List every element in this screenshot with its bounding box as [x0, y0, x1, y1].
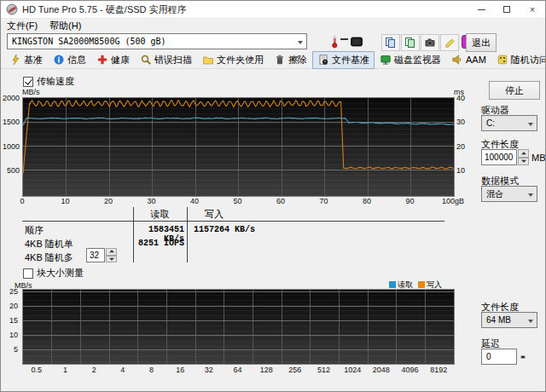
results-row-sequential-label: 顺序 [25, 224, 44, 237]
queue-depth-spinner[interactable]: 32 [86, 248, 117, 262]
tab-file-benchmark[interactable]: 文件基准 [312, 51, 375, 69]
exit-button[interactable]: 退出 [466, 33, 497, 52]
block-size-checkbox[interactable]: 块大小测量 [23, 267, 84, 280]
axis-tick-label: 16 [166, 366, 195, 374]
axis-tick-label: 500 [1, 166, 20, 175]
thermometer-icon [328, 35, 341, 49]
axis-tick-label: 4096 [396, 366, 425, 374]
drive-selector-value: KINGSTON SA2000M8500G (500 gB) [12, 37, 166, 46]
monitor-icon [380, 54, 392, 66]
axis-tick-label: 20 [456, 142, 470, 151]
axis-tick-label: 0 [9, 197, 35, 205]
drive-dropdown[interactable]: C: [481, 115, 537, 131]
tab-disk-monitor[interactable]: 磁盘监视器 [375, 51, 446, 69]
save-text-button[interactable] [440, 34, 459, 51]
window-title: HD Tune Pro 5.75 - 硬盘/SSD 实用程序 [22, 3, 187, 16]
spinner-down-button[interactable] [518, 158, 529, 166]
random-access-icon [497, 54, 508, 66]
menu-help[interactable]: 帮助(H) [44, 19, 87, 33]
delay-input[interactable]: 0 [481, 349, 517, 365]
spinner-up-button[interactable] [106, 248, 117, 256]
axis-tick-label: 64 [224, 366, 253, 374]
tab-folder-usage[interactable]: 文件夹使用 [197, 51, 269, 69]
copy-screenshot-button[interactable] [401, 34, 420, 51]
axis-tick-label: 70 [311, 197, 337, 205]
results-table: 读取 写入 顺序 1583451 KB/s 1157264 KB/s 4KB 随… [1, 207, 466, 263]
copy-green-icon [404, 37, 416, 49]
app-icon [6, 3, 18, 15]
tab-label: 文件基准 [332, 54, 369, 66]
axis-tick-label: 100gB [440, 197, 466, 205]
exit-button-label: 退出 [472, 37, 491, 49]
file-length-spinner[interactable]: 100000 [481, 149, 529, 165]
tab-label: 错误扫描 [154, 54, 192, 66]
results-divider [22, 221, 444, 222]
legend-read-label: 读取 [398, 280, 413, 289]
block-size-label: 块大小测量 [37, 267, 84, 280]
checkbox-checked-icon [23, 77, 33, 87]
tab-label: 随机访问 [511, 54, 546, 66]
stop-button-label: 停止 [505, 84, 524, 97]
trash-icon [274, 54, 286, 66]
transfer-speed-chart [22, 97, 455, 197]
axis-tick-label: 40 [456, 94, 470, 102]
menu-file[interactable]: 文件(F) [1, 19, 44, 33]
chevron-down-icon [528, 193, 533, 197]
tab-random-access[interactable]: 随机访问 [491, 51, 546, 69]
tab-bar: 基准信息健康错误扫描文件夹使用擦除文件基准磁盘监视器AAM随机访问额外测试 [1, 51, 545, 69]
file-benchmark-icon [317, 54, 329, 66]
axis-tick-label: 10 [456, 166, 470, 175]
axis-tick-label: 5 [1, 345, 18, 354]
minimize-button[interactable] [468, 1, 494, 18]
camera-icon [424, 37, 436, 49]
title-bar: HD Tune Pro 5.75 - 硬盘/SSD 实用程序 × [1, 1, 545, 19]
write-legend-swatch [418, 281, 425, 288]
tab-health[interactable]: 健康 [91, 51, 135, 69]
legend-write-label: 写入 [427, 280, 442, 289]
transfer-speed-checkbox[interactable]: 传输速度 [23, 75, 74, 88]
axis-tick-label: 32 [195, 366, 224, 374]
info-icon [53, 54, 65, 66]
results-row-4kb-multi-label: 4KB 随机多 [25, 251, 73, 264]
drive-selector[interactable]: KINGSTON SA2000M8500G (500 gB) [7, 33, 307, 49]
tab-info[interactable]: 信息 [48, 51, 91, 69]
file-length-value: 100000 [481, 149, 517, 165]
toolbar: KINGSTON SA2000M8500G (500 gB) [1, 32, 545, 51]
chart1-yaxis-unit: MB/s [22, 88, 40, 96]
axis-tick-label: 30 [456, 118, 470, 126]
axis-tick-label: 2048 [367, 366, 396, 374]
data-mode-dropdown[interactable]: 混合 [481, 186, 537, 202]
tab-error-scan[interactable]: 错误扫描 [135, 51, 197, 69]
maximize-button[interactable] [494, 1, 520, 18]
copy-results-button[interactable] [381, 34, 400, 51]
axis-tick-label: 8 [137, 366, 166, 374]
tab-aam[interactable]: AAM [446, 51, 491, 69]
spinner-up-button[interactable] [518, 149, 529, 158]
axis-tick-label: 0.5 [22, 366, 51, 374]
speaker-icon [451, 54, 463, 66]
checkbox-unchecked-icon [23, 268, 33, 279]
tab-erase[interactable]: 擦除 [269, 51, 312, 69]
axis-tick-label: 4 [108, 366, 137, 374]
tab-label: AAM [466, 55, 486, 65]
axis-tick-label: 80 [354, 197, 380, 205]
spinner-down-button[interactable] [106, 256, 117, 263]
axis-tick-label: 25 [1, 287, 18, 296]
magnifier-icon [140, 54, 152, 66]
sequential-write-value: 1157264 KB/s [194, 225, 255, 234]
block-size-chart [22, 289, 455, 365]
axis-tick-label: 2 [79, 366, 108, 374]
chevron-down-icon [528, 123, 533, 126]
stop-button[interactable]: 停止 [489, 81, 540, 100]
tab-benchmark[interactable]: 基准 [4, 51, 48, 69]
hd-tune-window: HD Tune Pro 5.75 - 硬盘/SSD 实用程序 × 文件(F) 帮… [0, 0, 546, 392]
close-button[interactable]: × [520, 1, 545, 18]
file-length-unit: MB [531, 153, 546, 163]
queue-depth-value: 32 [86, 248, 105, 262]
file-length2-value: 64 MB [486, 315, 511, 325]
axis-tick-label: 1000 [1, 142, 20, 151]
copy-icon [385, 37, 397, 49]
axis-tick-label: 60 [268, 197, 293, 205]
file-length2-dropdown[interactable]: 64 MB [481, 312, 537, 328]
screenshot-button[interactable] [421, 34, 439, 51]
